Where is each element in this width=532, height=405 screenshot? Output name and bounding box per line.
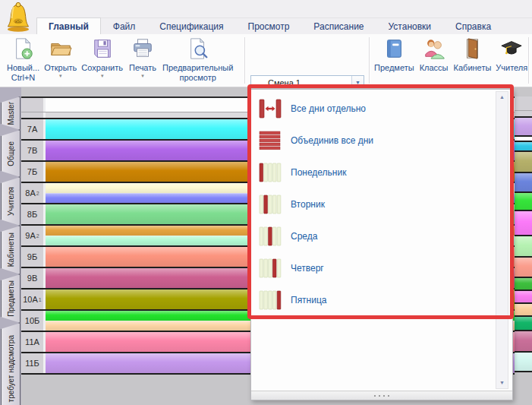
toolbar-button[interactable]: Сохранить▾ xyxy=(79,34,125,79)
day-icon xyxy=(259,195,282,214)
lesson-cell-partial[interactable] xyxy=(515,142,532,152)
class-label[interactable]: 8Б xyxy=(21,204,43,224)
dropdown-item-label: Пятница xyxy=(291,295,327,305)
lesson-cell-partial[interactable] xyxy=(515,331,532,353)
toolbar-button-sublabel: Ctrl+N xyxy=(11,73,35,82)
lesson-cell-partial[interactable] xyxy=(515,173,532,193)
app-logo-bell-icon[interactable]: aSc xyxy=(5,2,31,32)
ribbon: Новый...Ctrl+NОткрыть▾Сохранить▾Печать▾П… xyxy=(0,34,532,87)
dropdown-item[interactable]: Пятница xyxy=(251,284,494,316)
toolbar-button-label: Сохранить xyxy=(81,63,123,73)
toolbar-button[interactable]: Предварительныйпросмотр xyxy=(160,34,235,82)
class-label[interactable]: 10Б xyxy=(21,311,43,331)
sidebar-tab[interactable]: Учителя xyxy=(1,177,20,226)
day-icon xyxy=(259,258,282,278)
class-label[interactable]: 11Б xyxy=(21,353,43,373)
dropdown-item[interactable]: Четверг xyxy=(251,252,494,284)
sidebar-tab[interactable]: Предметы xyxy=(1,274,20,323)
lesson-cell-partial[interactable] xyxy=(515,317,532,331)
dropdown-item-label: Все дни отдельно xyxy=(291,103,366,114)
scroll-down-icon[interactable]: ▼ xyxy=(499,378,505,388)
class-label[interactable]: 9Б xyxy=(21,247,43,267)
dropdown-item[interactable]: Вторник xyxy=(251,188,494,220)
dropdown-arrow-icon[interactable]: ▾ xyxy=(141,73,144,79)
toolbar-button-label: Печать xyxy=(129,63,156,73)
corner-cell xyxy=(21,98,43,112)
lesson-cell-partial[interactable] xyxy=(515,278,532,291)
popup-scrollbar[interactable]: ▲ ▼ xyxy=(496,91,508,389)
all-days-merged-icon xyxy=(259,131,282,150)
combo-value: Смена 1 xyxy=(266,78,351,87)
ribbon-tab[interactable]: Справка xyxy=(443,17,503,34)
lesson-cell-partial[interactable] xyxy=(515,291,532,304)
students-icon xyxy=(423,37,445,63)
toolbar-button[interactable]: Кабинеты xyxy=(452,34,494,73)
ribbon-tab[interactable]: Главный xyxy=(36,17,101,34)
open-folder-icon xyxy=(49,37,72,63)
save-icon xyxy=(91,37,114,63)
new-file-icon xyxy=(12,37,35,63)
group-separator xyxy=(369,37,370,84)
toolbar-button-sublabel: просмотр xyxy=(180,73,216,82)
lesson-cell-partial[interactable] xyxy=(515,236,532,258)
toolbar-button-label: Открыть xyxy=(44,63,77,73)
sidebar-tab[interactable]: Общее xyxy=(1,130,20,177)
lesson-cell-partial[interactable] xyxy=(515,118,532,137)
sidebar-tab[interactable]: требует надсмотра xyxy=(1,323,20,405)
class-label[interactable]: 9А2 xyxy=(21,226,43,245)
book-icon xyxy=(382,37,405,63)
toolbar-button[interactable]: Печать▾ xyxy=(125,34,160,79)
toolbar-button-label: Учителя xyxy=(496,63,527,73)
dropdown-item-label: Среда xyxy=(291,231,317,242)
toolbar-button[interactable]: Открыть▾ xyxy=(42,34,79,79)
class-label[interactable]: 10А1 xyxy=(21,290,43,309)
ribbon-tab[interactable]: Файл xyxy=(101,17,148,34)
dropdown-arrow-icon[interactable]: ▾ xyxy=(101,73,104,79)
entity-toolbar-group: ПредметыКлассыКабинетыУчителя xyxy=(372,34,530,87)
class-label[interactable]: 7В xyxy=(21,141,43,160)
ribbon-tab[interactable]: Установки xyxy=(376,17,443,34)
dropdown-item[interactable]: Понедельник xyxy=(251,157,494,188)
print-preview-icon xyxy=(187,37,209,63)
dropdown-item-label: Понедельник xyxy=(291,167,346,178)
sidebar-tab-label: требует надсмотра xyxy=(7,335,15,402)
lesson-cell-partial[interactable] xyxy=(515,152,532,173)
dropdown-item[interactable]: Объединив все дни xyxy=(251,125,494,157)
ribbon-tab[interactable]: Просмотр xyxy=(236,17,302,34)
scroll-up-icon[interactable]: ▲ xyxy=(499,92,505,103)
sidebar-tab[interactable]: Master xyxy=(1,97,20,130)
dropdown-arrow-icon[interactable]: ▾ xyxy=(59,73,62,79)
lesson-cell-partial[interactable] xyxy=(515,258,532,278)
toolbar-button[interactable]: Предметы xyxy=(372,34,417,73)
toolbar-button[interactable]: Классы xyxy=(417,34,452,73)
door-icon xyxy=(461,37,483,63)
sidebar-tab-label: Учителя xyxy=(7,187,15,216)
popup-resize-grip[interactable] xyxy=(251,391,512,400)
class-label[interactable]: 8А2 xyxy=(21,183,43,203)
class-label[interactable]: 7А xyxy=(21,119,43,139)
lesson-cell-partial[interactable] xyxy=(515,304,532,317)
ribbon-tab[interactable]: Расписание xyxy=(301,17,376,34)
lesson-cell-partial[interactable] xyxy=(515,137,532,142)
main-area: MasterОбщееУчителяКабинетыПредметытребуе… xyxy=(0,87,532,405)
lesson-cell-partial[interactable] xyxy=(515,353,532,372)
lesson-cell-partial[interactable] xyxy=(515,211,532,236)
titlebar: aSc ГлавныйФайлСпецификацияПросмотрРаспи… xyxy=(0,0,532,34)
dropdown-item[interactable]: Все дни отдельно xyxy=(251,93,494,125)
class-label[interactable]: 7Б xyxy=(21,162,43,182)
toolbar-button[interactable]: Учителя xyxy=(493,34,530,73)
ribbon-tab[interactable]: Спецификация xyxy=(147,17,235,34)
class-label[interactable]: 9В xyxy=(21,268,43,288)
logo-text: aSc xyxy=(15,19,22,24)
toolbar-button[interactable]: Новый...Ctrl+N xyxy=(5,34,42,82)
lesson-cell-partial[interactable] xyxy=(515,193,532,211)
class-label[interactable]: 11А xyxy=(21,332,43,352)
dropdown-item-label: Четверг xyxy=(291,263,324,274)
sidebar-tab-label: Кабинеты xyxy=(7,233,15,267)
file-toolbar-group: Новый...Ctrl+NОткрыть▾Сохранить▾Печать▾П… xyxy=(5,34,235,87)
dropdown-item[interactable]: Среда xyxy=(251,220,494,252)
group-separator xyxy=(528,37,529,84)
day-icon xyxy=(259,290,282,310)
sidebar-tab[interactable]: Кабинеты xyxy=(1,226,20,274)
day-icon xyxy=(259,226,282,246)
